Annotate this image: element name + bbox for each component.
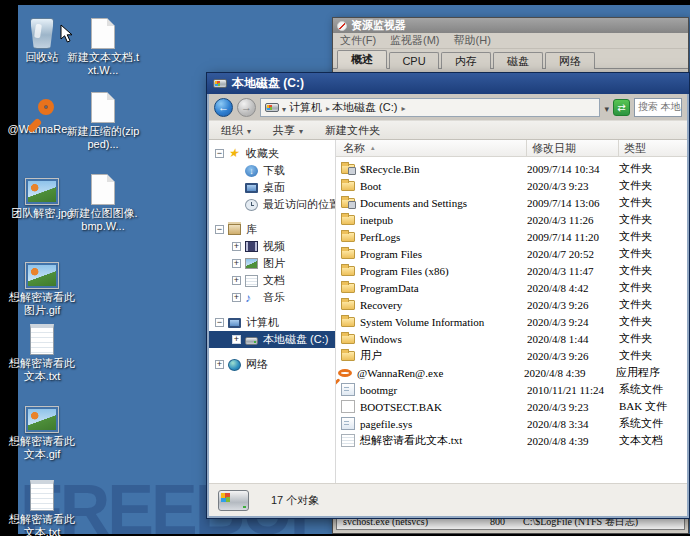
file-row[interactable]: @WannaRen@.exe 2020/4/8 4:39 应用程序 bbox=[336, 364, 687, 381]
file-name: 想解密请看此文本.txt bbox=[355, 433, 522, 448]
explorer-window[interactable]: 本地磁盘 (C:) 计算机本地磁盘 (C:) 搜索 本地磁盘 (C:) bbox=[206, 72, 690, 519]
file-type: 文件夹 bbox=[614, 161, 687, 176]
file-row[interactable]: Program Files 2020/4/7 20:52 文件夹 bbox=[336, 245, 687, 262]
tab[interactable]: 概述 bbox=[337, 50, 387, 69]
file-row[interactable]: Program Files (x86) 2020/4/3 11:47 文件夹 bbox=[336, 262, 687, 279]
desktop-icon[interactable]: 想解密请看此文本.txt bbox=[4, 474, 80, 536]
column-header[interactable]: 修改日期 bbox=[526, 140, 618, 157]
file-date-modified: 2020/4/3 9:26 bbox=[522, 350, 614, 362]
expander-icon[interactable] bbox=[215, 318, 224, 327]
file-name: inetpub bbox=[355, 214, 522, 226]
file-row[interactable]: Boot 2020/4/3 9:23 文件夹 bbox=[336, 177, 687, 194]
desktop-icon[interactable]: 新建压缩的(zipped)... bbox=[65, 86, 141, 151]
window-title: 本地磁盘 (C:) bbox=[232, 75, 304, 92]
desktop-icon-label: 想解密请看此图片.gif bbox=[5, 291, 79, 317]
file-row[interactable]: ProgramData 2020/4/8 4:42 文件夹 bbox=[336, 279, 687, 296]
desktop-icon[interactable]: 想解密请看此文本.txt bbox=[4, 318, 80, 383]
nav-item[interactable]: 计算机 bbox=[209, 314, 335, 331]
file-row[interactable]: pagefile.sys 2020/4/8 3:34 系统文件 bbox=[336, 415, 687, 432]
resource-monitor-titlebar[interactable]: 资源监视器 bbox=[333, 18, 688, 33]
forward-button[interactable] bbox=[237, 98, 256, 117]
desktop-icon-label: 想解密请看此文本.gif bbox=[5, 435, 79, 461]
nav-item[interactable]: 本地磁盘 (C:) bbox=[209, 331, 335, 348]
file-date-modified: 2020/4/8 4:39 bbox=[522, 435, 614, 447]
nav-item[interactable]: 视频 bbox=[209, 238, 335, 255]
file-name: Program Files (x86) bbox=[355, 265, 522, 277]
nav-item[interactable]: 音乐 bbox=[209, 289, 335, 306]
file-row[interactable]: 想解密请看此文本.txt 2020/4/8 4:39 文本文档 bbox=[336, 432, 687, 449]
expander-icon[interactable] bbox=[215, 360, 224, 369]
expander-icon[interactable] bbox=[215, 225, 224, 234]
file-name: Boot bbox=[355, 180, 522, 192]
desktop-icon[interactable]: 想解密请看此文本.gif bbox=[4, 396, 80, 461]
toolbar-button[interactable]: 新建文件夹 bbox=[325, 123, 380, 138]
file-date-modified: 2010/11/21 11:24 bbox=[522, 384, 614, 396]
expander-icon[interactable] bbox=[232, 242, 241, 251]
refresh-button[interactable] bbox=[613, 99, 630, 116]
explorer-titlebar[interactable]: 本地磁盘 (C:) bbox=[207, 73, 689, 94]
file-name: $Recycle.Bin bbox=[355, 163, 522, 175]
search-input[interactable]: 搜索 本地磁盘 (C:) bbox=[634, 98, 682, 117]
expander-icon[interactable] bbox=[232, 335, 241, 344]
desktop-icon[interactable]: 新建位图图像.bmp.W... bbox=[65, 168, 141, 233]
expander-icon[interactable] bbox=[232, 259, 241, 268]
desktop-icon[interactable]: 新建文本文档.txt.W... bbox=[65, 12, 141, 77]
file-row[interactable]: Recovery 2020/4/3 9:26 文件夹 bbox=[336, 296, 687, 313]
address-bar[interactable]: 计算机本地磁盘 (C:) bbox=[260, 98, 600, 117]
nav-item-label: 视频 bbox=[263, 239, 285, 254]
resource-monitor-title: 资源监视器 bbox=[351, 18, 406, 33]
toolbar-button[interactable]: 组织 bbox=[221, 123, 251, 138]
file-name: 用户 bbox=[355, 348, 522, 363]
column-header[interactable]: 名称 bbox=[336, 140, 526, 157]
nav-item[interactable]: 文档 bbox=[209, 272, 335, 289]
menu-item[interactable]: 文件(F) bbox=[340, 33, 376, 48]
file-type: 文件夹 bbox=[614, 314, 687, 329]
nav-item[interactable]: 图片 bbox=[209, 255, 335, 272]
address-history-dropdown-icon[interactable] bbox=[604, 98, 609, 116]
nav-item[interactable]: 最近访问的位置 bbox=[209, 196, 335, 213]
file-row[interactable]: Documents and Settings 2009/7/14 13:06 文… bbox=[336, 194, 687, 211]
nav-item[interactable]: 网络 bbox=[209, 356, 335, 373]
expander-icon[interactable] bbox=[232, 293, 241, 302]
breadcrumb-item[interactable]: 计算机 bbox=[289, 100, 330, 115]
file-type: 文本文档 bbox=[614, 433, 687, 448]
tab[interactable]: CPU bbox=[389, 52, 439, 69]
file-type: 应用程序 bbox=[611, 365, 687, 380]
file-row[interactable]: System Volume Information 2020/4/3 9:24 … bbox=[336, 313, 687, 330]
file-icon bbox=[341, 181, 355, 191]
column-header[interactable]: 类型 bbox=[618, 140, 687, 157]
desktop-icon[interactable]: 想解密请看此图片.gif bbox=[4, 252, 80, 317]
file-rows: $Recycle.Bin 2009/7/14 10:34 文件夹 Boot 20… bbox=[336, 157, 687, 483]
file-row[interactable]: bootmgr 2010/11/21 11:24 系统文件 bbox=[336, 381, 687, 398]
tab[interactable]: 网络 bbox=[545, 52, 595, 69]
nav-item[interactable]: 下载 bbox=[209, 162, 335, 179]
expander-icon[interactable] bbox=[232, 276, 241, 285]
file-name: System Volume Information bbox=[355, 316, 522, 328]
toolbar-button[interactable]: 共享 bbox=[273, 123, 303, 138]
chevron-down-icon[interactable] bbox=[282, 98, 286, 116]
file-type: 系统文件 bbox=[614, 382, 687, 397]
file-type: 文件夹 bbox=[614, 212, 687, 227]
file-row[interactable]: 用户 2020/4/3 9:26 文件夹 bbox=[336, 347, 687, 364]
nav-item-icon bbox=[245, 292, 258, 304]
menu-item[interactable]: 监视器(M) bbox=[390, 33, 440, 48]
nav-item[interactable]: 库 bbox=[209, 221, 335, 238]
file-row[interactable]: $Recycle.Bin 2009/7/14 10:34 文件夹 bbox=[336, 160, 687, 177]
file-name: @WannaRen@.exe bbox=[352, 367, 519, 379]
tab[interactable]: 磁盘 bbox=[493, 52, 543, 69]
file-row[interactable]: BOOTSECT.BAK 2020/4/3 9:23 BAK 文件 bbox=[336, 398, 687, 415]
file-row[interactable]: PerfLogs 2009/7/14 11:20 文件夹 bbox=[336, 228, 687, 245]
breadcrumb-item[interactable]: 本地磁盘 (C:) bbox=[332, 100, 405, 115]
nav-item[interactable]: 收藏夹 bbox=[209, 145, 335, 162]
tab[interactable]: 内存 bbox=[441, 52, 491, 69]
menu-item[interactable]: 帮助(H) bbox=[454, 33, 491, 48]
file-icon bbox=[341, 164, 355, 174]
back-button[interactable] bbox=[214, 98, 233, 117]
file-icon bbox=[338, 369, 352, 377]
file-row[interactable]: Windows 2020/4/8 1:44 文件夹 bbox=[336, 330, 687, 347]
file-row[interactable]: inetpub 2020/4/3 11:26 文件夹 bbox=[336, 211, 687, 228]
expander-icon[interactable] bbox=[215, 149, 224, 158]
file-name: BOOTSECT.BAK bbox=[355, 401, 522, 413]
explorer-body: 计算机本地磁盘 (C:) 搜索 本地磁盘 (C:) 组织共享新建文件夹 bbox=[209, 94, 687, 516]
nav-item[interactable]: 桌面 bbox=[209, 179, 335, 196]
